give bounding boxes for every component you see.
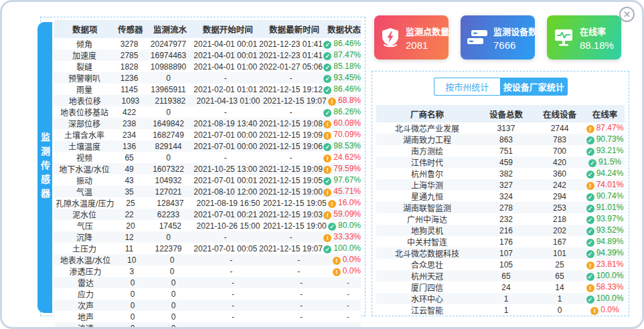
- table-row: 南方测绘751700✓93.21%: [376, 145, 625, 156]
- table-row: 地表位移109321193822021-04-13 01:002021-12-1…: [54, 95, 361, 106]
- sensors-cell: 238: [114, 119, 144, 128]
- sensors-cell: 1145: [114, 85, 144, 94]
- status-value: 93.45%: [333, 73, 361, 82]
- start-time-cell: 2021-07-01 00:00: [193, 130, 258, 140]
- device-total-cell: 863: [478, 135, 534, 144]
- device-total-cell: 232: [478, 215, 534, 224]
- status-value: 58.33%: [596, 282, 624, 292]
- status-value: 94.24%: [596, 169, 624, 178]
- device-total-cell: 107: [478, 249, 534, 258]
- flow-cell: 20247977: [144, 39, 193, 49]
- device-total-cell: 459: [478, 158, 534, 167]
- status-cell: ✓90.73%: [585, 134, 625, 144]
- table-row: 孔隙水温度/压力251284372021-08-19 16:502021-12-…: [54, 197, 361, 209]
- stat-value: 88.18%: [580, 39, 614, 51]
- status-cell: ✓100.0%: [585, 271, 625, 281]
- check-circle-icon: ✓: [323, 52, 331, 60]
- status-value: 98.53%: [333, 141, 361, 150]
- latest-time-cell: 2021-12-23 01:41: [258, 51, 324, 60]
- status-value: 93.97%: [596, 214, 624, 223]
- stat-value: 2081: [406, 39, 449, 51]
- col-data-item: 数据项: [54, 23, 115, 35]
- status-value: 0.0%: [343, 266, 361, 276]
- sensors-cell: 35: [114, 187, 144, 197]
- data-item-cell: 地下水温/水位: [54, 163, 114, 175]
- device-online-cell: 1: [534, 294, 585, 304]
- table-row: 雨量1145139659112021-02-01 01:012021-12-15…: [54, 84, 361, 95]
- data-item-cell: 土壤温度: [54, 140, 114, 152]
- flow-cell: 1649842: [144, 119, 193, 128]
- status-value: 79.59%: [333, 164, 361, 173]
- status-value: 59.09%: [333, 209, 361, 219]
- table-row: 裂缝1828109888902021-04-01 01:002022-01-27…: [54, 61, 361, 72]
- vendor-name-cell: 广州中海达: [376, 213, 478, 225]
- data-item-cell: 次声: [54, 300, 117, 311]
- col-status: 数据状态: [327, 23, 361, 35]
- sensor-side-tab[interactable]: 监测传感器: [37, 22, 52, 313]
- data-item-cell: 地表位移: [54, 95, 116, 106]
- flow-cell: 0: [148, 324, 199, 329]
- data-item-cell: 视频: [54, 152, 114, 163]
- warning-circle-icon: !: [333, 268, 341, 276]
- warning-circle-icon: !: [328, 200, 336, 208]
- status-value: 91.01%: [596, 203, 624, 212]
- data-item-cell: 雨量: [54, 84, 114, 95]
- status-value: 24.62%: [333, 152, 361, 162]
- status-value: 100.0%: [596, 271, 624, 280]
- start-time-cell: -: [193, 74, 258, 83]
- device-total-cell: 216: [478, 226, 534, 235]
- flow-cell: 0: [144, 108, 193, 117]
- start-time-cell: 2021-08-19 13:40: [193, 119, 258, 128]
- device-online-cell: 420: [534, 158, 585, 167]
- table-row: 水环中心11✓100.0%: [376, 293, 625, 304]
- sensor-table-body: 倾角3278202479772021-04-01 00:012021-12-23…: [54, 38, 361, 329]
- table-row: 星通九恒324294✓90.74%: [376, 191, 625, 202]
- sensors-cell: 12: [114, 233, 144, 242]
- device-online-cell: 167: [534, 237, 585, 247]
- tab-by-vendor[interactable]: 按设备厂家统计: [500, 78, 568, 96]
- status-value: 90.74%: [596, 191, 624, 201]
- col-latest-time: 数据最新时间: [261, 23, 327, 35]
- status-value: 0.0%: [600, 305, 619, 314]
- device-online-cell: 783: [534, 135, 585, 144]
- sensors-cell: 20: [116, 221, 146, 231]
- sensors-cell: 3278: [114, 39, 144, 49]
- table-row: 地下水温/水位4916073222021-10-25 13:002021-12-…: [54, 163, 361, 175]
- status-cell: ✓90.74%: [585, 191, 625, 201]
- table-row: 北斗微芯产业发展31372744!87.47%: [376, 122, 625, 134]
- check-circle-icon: ✓: [586, 239, 594, 247]
- table-row: 江伟时代459420✓91.5%: [376, 156, 625, 168]
- flow-cell: 13965911: [144, 85, 193, 94]
- status-cell: ✓94.24%: [585, 169, 625, 179]
- sensors-cell: 65: [114, 153, 144, 162]
- device-total-cell: 382: [478, 169, 534, 179]
- tab-by-region[interactable]: 按市州统计: [434, 78, 501, 96]
- start-time-cell: -: [197, 255, 265, 265]
- sensor-table: 数据项 传感器 监测流水 数据开始时间 数据最新时间 数据状态 倾角327820…: [40, 17, 366, 316]
- sensors-cell: 422: [114, 108, 144, 117]
- flow-cell: 0: [144, 233, 193, 242]
- status-value: 94.89%: [596, 237, 624, 246]
- device-online-cell: 25: [534, 260, 585, 269]
- flow-cell: 2119382: [145, 96, 195, 106]
- sensors-cell: 10: [116, 255, 147, 265]
- close-button[interactable]: ✕: [619, 7, 635, 22]
- status-value: 74.01%: [596, 180, 624, 189]
- start-time-cell: -: [193, 233, 258, 242]
- device-online-cell: 242: [534, 181, 585, 190]
- status-value: 60.08%: [333, 118, 361, 128]
- data-item-cell: 倾角: [54, 38, 114, 49]
- latest-time-cell: 2021-12-15 19:07: [258, 244, 324, 253]
- status-cell: ✓94.89%: [585, 237, 625, 247]
- vendor-name-cell: 杭州鲁尔: [376, 168, 478, 179]
- sensors-cell: 1828: [114, 62, 144, 72]
- status-value: 85.18%: [333, 62, 361, 71]
- server-stack-icon: [467, 27, 488, 47]
- status-value: 23.81%: [596, 259, 624, 269]
- start-time-cell: 2021-07-01 00:00: [193, 142, 258, 151]
- data-item-cell: 孔隙水温度/压力: [54, 197, 116, 209]
- status-cell: !45.71%: [323, 187, 361, 197]
- warning-circle-icon: !: [590, 307, 598, 315]
- status-value: 70.09%: [333, 130, 361, 139]
- device-online-cell: 14: [534, 283, 585, 292]
